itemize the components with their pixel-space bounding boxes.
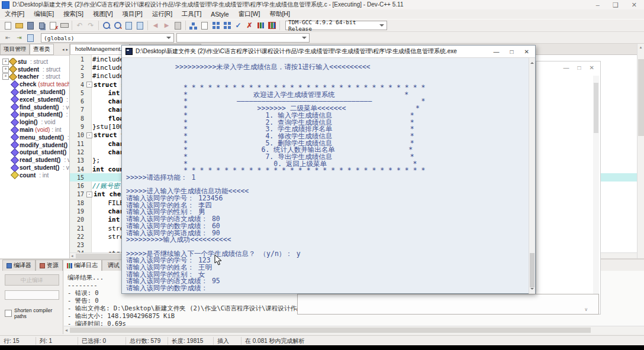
tab-scroll-right-icon[interactable]: ▸ [66, 47, 68, 52]
find-icon[interactable] [101, 21, 112, 31]
expand-icon[interactable] [2, 97, 11, 102]
tab-project-manager[interactable]: 项目管理 [0, 44, 30, 55]
console-vscroll-thumb[interactable] [530, 253, 534, 287]
close-icon[interactable]: ✕ [632, 1, 637, 9]
tree-item[interactable]: + stu : struct [0, 58, 69, 66]
close-file-icon[interactable] [47, 21, 59, 31]
minimize-icon[interactable]: — [494, 48, 500, 55]
expand-icon[interactable] [2, 150, 11, 155]
scroll-up-icon[interactable] [530, 60, 534, 64]
print-icon[interactable] [59, 21, 70, 31]
nav-forward-icon[interactable]: ▶ [161, 21, 172, 31]
expand-icon[interactable] [2, 173, 11, 178]
replace-icon[interactable] [112, 21, 123, 31]
new-file-icon[interactable] [2, 21, 14, 31]
insert-snippet-icon[interactable] [134, 21, 146, 31]
delete-profiling-icon[interactable] [266, 21, 278, 31]
undo-icon[interactable]: ↶ [74, 21, 85, 31]
tab-scroll-left-icon[interactable]: ◂ [62, 47, 65, 52]
tree-item[interactable]: + teacher : struct [0, 73, 69, 81]
profile-icon[interactable] [255, 21, 266, 31]
expand-icon[interactable]: + [2, 59, 9, 65]
tree-item[interactable]: modify_student() : void [0, 141, 69, 149]
background-window-scrollbar[interactable] [593, 76, 599, 311]
run-icon[interactable] [199, 21, 210, 31]
tree-item[interactable]: main (void) : int [0, 126, 69, 134]
tree-item[interactable]: delete_student() : void [0, 88, 69, 96]
bottom-tab[interactable]: 调试 [102, 260, 124, 271]
fold-icon[interactable]: - [86, 132, 92, 138]
fold-icon[interactable]: - [86, 82, 92, 88]
bottom-tab[interactable]: 编译日志 [63, 260, 102, 271]
maximize-icon[interactable]: □ [510, 48, 514, 55]
menu-item[interactable]: 运行[R] [147, 10, 177, 18]
menu-item[interactable]: 搜索[S] [59, 10, 88, 18]
minimize-icon[interactable]: – [596, 1, 600, 9]
goto-declaration-icon[interactable]: ⇤ [2, 33, 14, 43]
goto-definition-icon[interactable]: ⇥ [14, 33, 25, 43]
syntax-check-icon[interactable]: ✓ [233, 21, 244, 31]
expand-icon[interactable] [2, 142, 11, 148]
tree-item[interactable]: read_student() : void [0, 156, 69, 164]
goto-line-icon[interactable] [123, 21, 134, 31]
expand-icon[interactable] [2, 105, 11, 110]
nav-back-icon[interactable]: ◀ [150, 21, 161, 31]
close-icon[interactable]: ✕ [524, 48, 529, 55]
tree-item[interactable]: login() : void [0, 118, 69, 126]
class-browser-icon[interactable] [25, 33, 36, 43]
expand-icon[interactable] [2, 82, 11, 87]
expand-icon[interactable]: + [2, 73, 9, 80]
menu-item[interactable]: 编辑[E] [29, 10, 59, 18]
redo-icon[interactable]: ↷ [85, 21, 96, 31]
log-hscrollbar[interactable]: ◂ [64, 326, 644, 334]
scope-select[interactable]: (globals) [41, 33, 174, 43]
abort-compile-icon[interactable]: ✗ [244, 21, 255, 31]
tree-item[interactable]: excel_student() : void [0, 96, 69, 103]
menu-item[interactable]: 窗口[W] [234, 10, 265, 18]
compile-icon[interactable] [188, 21, 199, 31]
menu-item[interactable]: AStyle [206, 11, 233, 18]
maximize-icon[interactable]: □ [578, 64, 581, 71]
scroll-down-icon[interactable] [530, 288, 534, 291]
expand-icon[interactable] [2, 127, 11, 132]
bottom-tab[interactable]: 资源 [36, 260, 63, 271]
log-hscroll-thumb[interactable] [70, 328, 591, 333]
expand-icon[interactable] [2, 119, 11, 125]
tree-item[interactable]: output_student() : void [0, 149, 69, 157]
compile-run-icon[interactable] [210, 21, 221, 31]
menu-item[interactable]: 项目[P] [118, 10, 147, 18]
console-output[interactable]: >>>>>>>>>>未录入学生成绩信息，请按1进行输入<<<<<<<<<< * … [122, 58, 535, 294]
save-icon[interactable] [25, 21, 36, 31]
menu-item[interactable]: 工具[T] [177, 10, 206, 18]
refresh-icon[interactable] [172, 21, 183, 31]
expand-icon[interactable] [2, 135, 11, 140]
open-file-icon[interactable] [14, 21, 25, 31]
tree-item[interactable]: menu_student() : void [0, 134, 69, 141]
tree-item[interactable]: input_student() : void [0, 111, 69, 119]
save-all-icon[interactable] [36, 21, 47, 31]
editor-vscrollbar[interactable]: ▴ [637, 44, 644, 258]
menu-item[interactable]: 帮助[H] [265, 10, 294, 18]
tree-item[interactable]: find_student() : void [0, 103, 69, 111]
vscroll-thumb[interactable] [638, 59, 644, 136]
menu-item[interactable]: 文件[F] [0, 10, 29, 18]
bottom-tab[interactable]: 编译器 [2, 260, 36, 271]
close-icon[interactable]: ✕ [590, 64, 594, 71]
compiler-select[interactable]: TDM-GCC 4.9.2 64-bit Release [285, 21, 387, 30]
rebuild-all-icon[interactable] [221, 21, 233, 31]
member-select[interactable] [176, 33, 310, 43]
minimize-icon[interactable]: — [564, 64, 569, 71]
tab-class-browser[interactable]: 查看类 [30, 44, 54, 55]
expand-icon[interactable] [2, 89, 11, 95]
menu-item[interactable]: 视图[V] [88, 10, 118, 18]
fold-icon[interactable]: - [86, 192, 92, 197]
tree-item[interactable]: sort_student() : void [0, 164, 69, 171]
tree-item[interactable]: count : int [0, 171, 69, 179]
tree-item[interactable]: check (struct teacher [0, 80, 69, 88]
expand-icon[interactable] [2, 157, 11, 163]
tree-item[interactable]: + student : struct [0, 66, 69, 73]
maximize-icon[interactable]: ❑ [613, 1, 619, 9]
expand-icon[interactable] [2, 112, 11, 117]
expand-icon[interactable]: + [2, 66, 9, 73]
abort-compile-button[interactable]: 中止编译 [5, 274, 59, 286]
